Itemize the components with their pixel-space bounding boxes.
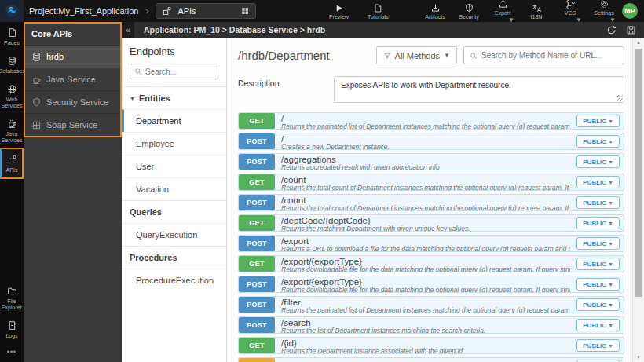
method-filter-dropdown[interactable]: All Methods ▼: [376, 46, 457, 64]
endpoint-item-department[interactable]: Department: [122, 109, 226, 132]
collapse-panel-button[interactable]: «: [122, 22, 134, 38]
sidebar-item-logs[interactable]: Logs: [0, 315, 24, 343]
method-badge: POST: [239, 297, 275, 313]
endpoints-section-entities[interactable]: ▼Entities: [122, 86, 226, 109]
description-textarea[interactable]: Exposes APIs to work with Department res…: [334, 76, 624, 103]
api-row[interactable]: GET/{id}Returns the Department instance …: [238, 337, 624, 354]
core-api-item-security-service[interactable]: Security Service: [25, 90, 120, 113]
vcs-button[interactable]: VCS▼: [558, 0, 582, 24]
caret-down-icon: ▼: [608, 282, 613, 287]
endpoint-item-procedureexecution[interactable]: ProcedureExecution: [122, 269, 226, 291]
sidebar-spacer: [0, 179, 24, 280]
endpoints-search-input[interactable]: [145, 68, 214, 76]
scrollbar-thumb[interactable]: [635, 49, 642, 297]
endpoint-item-user[interactable]: User: [122, 155, 226, 177]
export-button[interactable]: Export▼: [491, 0, 514, 24]
access-dropdown[interactable]: PUBLIC▼: [576, 196, 620, 209]
project-name[interactable]: Project:My_First_Application: [29, 6, 138, 16]
api-row[interactable]: POST/aggregationsReturns aggregated resu…: [238, 153, 624, 170]
soap-icon: [31, 120, 42, 130]
export-upload-icon: [498, 0, 508, 9]
access-dropdown[interactable]: PUBLIC▼: [576, 339, 620, 352]
resize-handle[interactable]: [617, 95, 623, 101]
api-row[interactable]: GET/export/{exportType}Returns downloada…: [238, 255, 624, 272]
endpoints-search[interactable]: [130, 64, 218, 79]
api-row[interactable]: POST/export/{exportType}Returns download…: [238, 276, 624, 293]
method-search-input[interactable]: [481, 51, 618, 60]
method-search[interactable]: [463, 46, 624, 64]
api-row-text: [275, 358, 576, 362]
api-path: /filter: [281, 298, 570, 307]
refresh-icon[interactable]: [606, 25, 617, 35]
endpoints-section-procedures[interactable]: Procedures: [122, 246, 226, 269]
core-api-item-soap-service[interactable]: Soap Service: [25, 113, 120, 136]
apis-switcher-dropdown[interactable]: APIs: [156, 3, 256, 19]
sidebar-item-pages[interactable]: Pages: [0, 22, 24, 50]
core-api-item-java-service[interactable]: Java Service: [25, 68, 120, 90]
api-row[interactable]: POST/searchReturns the list of Departmen…: [238, 316, 624, 334]
security-shield-icon: [464, 3, 474, 13]
vertical-scrollbar[interactable]: ▲ ▼: [632, 38, 644, 362]
i18n-button[interactable]: AI18N: [525, 3, 548, 20]
artifacts-label: Artifacts: [425, 14, 445, 20]
api-row[interactable]: POST/filterReturns the paginated list of…: [238, 296, 624, 313]
access-dropdown[interactable]: PUBLIC▼: [576, 258, 620, 270]
access-label: PUBLIC: [583, 322, 606, 329]
endpoints-section-queries[interactable]: Queries: [122, 200, 226, 223]
access-dropdown[interactable]: PUBLIC▼: [576, 176, 620, 188]
save-icon[interactable]: [626, 25, 636, 35]
api-row[interactable]: GET/deptCode/{deptCode}Returns the match…: [238, 214, 624, 232]
content-row: Endpoints ▼EntitiesDepartmentEmployeeUse…: [122, 38, 644, 362]
logs-icon: [7, 320, 17, 331]
api-row-text: /countReturns the total count of Departm…: [275, 174, 576, 190]
api-row-text: /Creates a new Department instance.: [275, 133, 576, 149]
method-badge: PUT: [239, 358, 275, 362]
api-row[interactable]: POST/countReturns the total count of Dep…: [238, 194, 624, 211]
access-label: PUBLIC: [583, 179, 606, 186]
topbar-right-actions: ArtifactsSecurityExport▼AI18NVCS▼Setting…: [423, 0, 622, 24]
access-dropdown[interactable]: PUBLIC▼: [576, 135, 620, 148]
topbar: Project:My_First_Application › APIs Prev…: [0, 0, 644, 22]
endpoint-item-employee[interactable]: Employee: [122, 132, 226, 155]
preview-button[interactable]: Preview: [325, 3, 352, 20]
api-row[interactable]: GET/countReturns the total count of Depa…: [238, 174, 624, 191]
avatar[interactable]: MP: [622, 3, 638, 19]
tutorials-button[interactable]: Tutorials: [364, 3, 391, 20]
api-row[interactable]: POST/Creates a new Department instance.P…: [238, 133, 624, 150]
artifacts-button[interactable]: Artifacts: [423, 3, 447, 20]
scroll-up-arrow[interactable]: ▲: [633, 40, 644, 45]
access-dropdown[interactable]: PUBLIC▼: [576, 115, 620, 127]
sidebar-item-apis[interactable]: APIs: [0, 148, 24, 179]
access-dropdown[interactable]: PUBLIC▼: [576, 217, 620, 229]
access-dropdown[interactable]: PUBLIC▼: [576, 319, 620, 331]
api-row[interactable]: PUTPUBLIC▼: [238, 357, 624, 362]
sidebar-item-java-services[interactable]: Java Services: [0, 113, 24, 148]
scroll-down-arrow[interactable]: ▼: [633, 355, 644, 360]
access-dropdown[interactable]: PUBLIC▼: [576, 155, 620, 168]
endpoint-item-queryexecution[interactable]: QueryExecution: [122, 223, 226, 246]
sidebar-item-web-services[interactable]: Web Services: [0, 79, 24, 113]
caret-down-icon: ▼: [608, 343, 613, 349]
apis-icon: [7, 154, 17, 166]
api-description: Returns the list of Department instances…: [281, 327, 570, 333]
core-api-item-hrdb[interactable]: hrdb: [25, 45, 120, 68]
api-description: Creates a new Department instance.: [281, 144, 570, 149]
core-apis-title: Core APIs: [25, 24, 120, 45]
api-row-text: /searchReturns the list of Department in…: [275, 317, 576, 333]
sidebar-overflow-button[interactable]: •••: [0, 343, 24, 362]
api-row-text: /export/{exportType}Returns downloadable…: [275, 256, 576, 272]
security-button[interactable]: Security: [457, 3, 481, 20]
wavemaker-logo-icon[interactable]: [0, 0, 24, 22]
grid-icon[interactable]: [240, 6, 250, 16]
access-dropdown[interactable]: PUBLIC▼: [576, 237, 620, 250]
settings-button[interactable]: Settings▼: [592, 0, 616, 24]
sidebar-item-label: Databases: [0, 68, 25, 75]
sidebar-item-databases[interactable]: Databases: [0, 50, 24, 79]
api-row[interactable]: POST/exportReturns a URL to download a f…: [238, 235, 624, 252]
database-icon: [31, 52, 42, 61]
api-row[interactable]: GET/Returns the paginated list of Depart…: [238, 112, 624, 130]
sidebar-item-file-explorer[interactable]: File Explorer: [0, 280, 24, 315]
endpoint-item-vacation[interactable]: Vacation: [122, 177, 226, 200]
access-dropdown[interactable]: PUBLIC▼: [576, 278, 620, 291]
access-dropdown[interactable]: PUBLIC▼: [576, 298, 620, 311]
